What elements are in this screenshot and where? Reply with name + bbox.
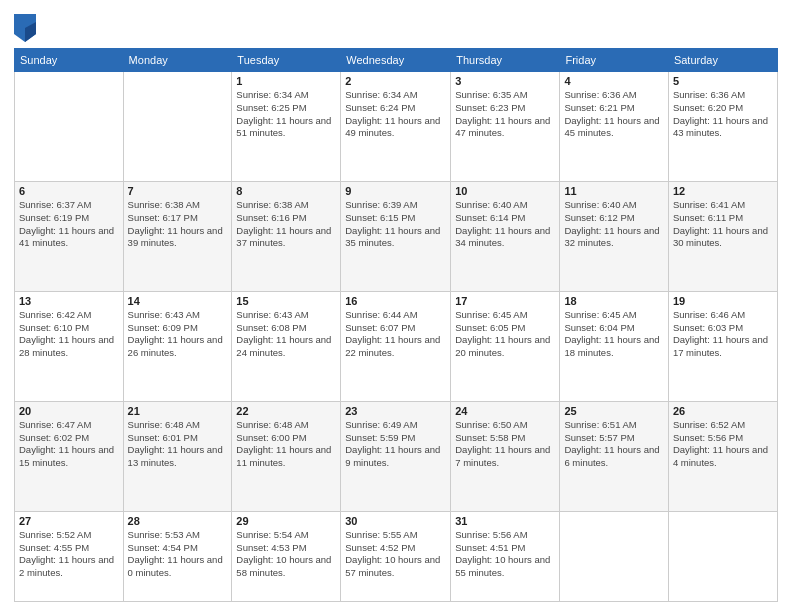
day-number: 22 [236,405,336,417]
day-number: 15 [236,295,336,307]
calendar-cell: 17Sunrise: 6:45 AM Sunset: 6:05 PM Dayli… [451,291,560,401]
day-number: 30 [345,515,446,527]
day-number: 9 [345,185,446,197]
calendar-cell: 28Sunrise: 5:53 AM Sunset: 4:54 PM Dayli… [123,511,232,601]
calendar-cell [668,511,777,601]
calendar-cell: 4Sunrise: 6:36 AM Sunset: 6:21 PM Daylig… [560,72,668,182]
calendar-cell: 9Sunrise: 6:39 AM Sunset: 6:15 PM Daylig… [341,181,451,291]
calendar-week-3: 13Sunrise: 6:42 AM Sunset: 6:10 PM Dayli… [15,291,778,401]
day-number: 13 [19,295,119,307]
day-number: 18 [564,295,663,307]
day-detail: Sunrise: 6:52 AM Sunset: 5:56 PM Dayligh… [673,419,773,470]
day-number: 3 [455,75,555,87]
calendar-cell [15,72,124,182]
calendar-cell: 14Sunrise: 6:43 AM Sunset: 6:09 PM Dayli… [123,291,232,401]
col-header-wednesday: Wednesday [341,49,451,72]
day-detail: Sunrise: 5:52 AM Sunset: 4:55 PM Dayligh… [19,529,119,580]
day-number: 6 [19,185,119,197]
day-detail: Sunrise: 6:41 AM Sunset: 6:11 PM Dayligh… [673,199,773,250]
calendar-cell: 24Sunrise: 6:50 AM Sunset: 5:58 PM Dayli… [451,401,560,511]
day-number: 19 [673,295,773,307]
day-detail: Sunrise: 6:39 AM Sunset: 6:15 PM Dayligh… [345,199,446,250]
col-header-monday: Monday [123,49,232,72]
day-number: 26 [673,405,773,417]
calendar-cell: 11Sunrise: 6:40 AM Sunset: 6:12 PM Dayli… [560,181,668,291]
calendar-cell: 21Sunrise: 6:48 AM Sunset: 6:01 PM Dayli… [123,401,232,511]
col-header-friday: Friday [560,49,668,72]
day-number: 1 [236,75,336,87]
day-number: 25 [564,405,663,417]
day-detail: Sunrise: 6:46 AM Sunset: 6:03 PM Dayligh… [673,309,773,360]
day-detail: Sunrise: 6:36 AM Sunset: 6:21 PM Dayligh… [564,89,663,140]
col-header-sunday: Sunday [15,49,124,72]
day-detail: Sunrise: 6:47 AM Sunset: 6:02 PM Dayligh… [19,419,119,470]
day-detail: Sunrise: 5:56 AM Sunset: 4:51 PM Dayligh… [455,529,555,580]
col-header-tuesday: Tuesday [232,49,341,72]
calendar-week-5: 27Sunrise: 5:52 AM Sunset: 4:55 PM Dayli… [15,511,778,601]
day-detail: Sunrise: 6:45 AM Sunset: 6:05 PM Dayligh… [455,309,555,360]
calendar-cell: 30Sunrise: 5:55 AM Sunset: 4:52 PM Dayli… [341,511,451,601]
col-header-thursday: Thursday [451,49,560,72]
calendar-week-1: 1Sunrise: 6:34 AM Sunset: 6:25 PM Daylig… [15,72,778,182]
calendar-cell: 5Sunrise: 6:36 AM Sunset: 6:20 PM Daylig… [668,72,777,182]
day-number: 17 [455,295,555,307]
day-detail: Sunrise: 6:49 AM Sunset: 5:59 PM Dayligh… [345,419,446,470]
calendar-week-4: 20Sunrise: 6:47 AM Sunset: 6:02 PM Dayli… [15,401,778,511]
day-number: 7 [128,185,228,197]
day-number: 11 [564,185,663,197]
day-number: 5 [673,75,773,87]
calendar-table: SundayMondayTuesdayWednesdayThursdayFrid… [14,48,778,602]
calendar-week-2: 6Sunrise: 6:37 AM Sunset: 6:19 PM Daylig… [15,181,778,291]
day-detail: Sunrise: 5:53 AM Sunset: 4:54 PM Dayligh… [128,529,228,580]
calendar-cell: 8Sunrise: 6:38 AM Sunset: 6:16 PM Daylig… [232,181,341,291]
day-detail: Sunrise: 6:40 AM Sunset: 6:12 PM Dayligh… [564,199,663,250]
day-detail: Sunrise: 6:34 AM Sunset: 6:24 PM Dayligh… [345,89,446,140]
day-number: 23 [345,405,446,417]
calendar-cell: 20Sunrise: 6:47 AM Sunset: 6:02 PM Dayli… [15,401,124,511]
calendar-cell: 15Sunrise: 6:43 AM Sunset: 6:08 PM Dayli… [232,291,341,401]
calendar-cell: 31Sunrise: 5:56 AM Sunset: 4:51 PM Dayli… [451,511,560,601]
day-detail: Sunrise: 6:43 AM Sunset: 6:09 PM Dayligh… [128,309,228,360]
day-number: 16 [345,295,446,307]
calendar-cell: 12Sunrise: 6:41 AM Sunset: 6:11 PM Dayli… [668,181,777,291]
day-detail: Sunrise: 5:55 AM Sunset: 4:52 PM Dayligh… [345,529,446,580]
day-number: 29 [236,515,336,527]
day-number: 27 [19,515,119,527]
day-detail: Sunrise: 6:36 AM Sunset: 6:20 PM Dayligh… [673,89,773,140]
calendar-cell: 13Sunrise: 6:42 AM Sunset: 6:10 PM Dayli… [15,291,124,401]
day-detail: Sunrise: 6:38 AM Sunset: 6:16 PM Dayligh… [236,199,336,250]
calendar-cell: 29Sunrise: 5:54 AM Sunset: 4:53 PM Dayli… [232,511,341,601]
page: SundayMondayTuesdayWednesdayThursdayFrid… [0,0,792,612]
day-detail: Sunrise: 6:51 AM Sunset: 5:57 PM Dayligh… [564,419,663,470]
logo [14,14,40,42]
calendar-cell: 25Sunrise: 6:51 AM Sunset: 5:57 PM Dayli… [560,401,668,511]
header [14,10,778,42]
day-number: 21 [128,405,228,417]
calendar-cell: 23Sunrise: 6:49 AM Sunset: 5:59 PM Dayli… [341,401,451,511]
day-number: 24 [455,405,555,417]
day-detail: Sunrise: 6:43 AM Sunset: 6:08 PM Dayligh… [236,309,336,360]
day-detail: Sunrise: 6:37 AM Sunset: 6:19 PM Dayligh… [19,199,119,250]
calendar-cell: 2Sunrise: 6:34 AM Sunset: 6:24 PM Daylig… [341,72,451,182]
calendar-cell: 16Sunrise: 6:44 AM Sunset: 6:07 PM Dayli… [341,291,451,401]
day-detail: Sunrise: 6:48 AM Sunset: 6:00 PM Dayligh… [236,419,336,470]
day-detail: Sunrise: 6:45 AM Sunset: 6:04 PM Dayligh… [564,309,663,360]
calendar-cell: 19Sunrise: 6:46 AM Sunset: 6:03 PM Dayli… [668,291,777,401]
calendar-cell: 22Sunrise: 6:48 AM Sunset: 6:00 PM Dayli… [232,401,341,511]
logo-icon [14,14,36,42]
calendar-cell [560,511,668,601]
col-header-saturday: Saturday [668,49,777,72]
day-detail: Sunrise: 6:35 AM Sunset: 6:23 PM Dayligh… [455,89,555,140]
day-number: 14 [128,295,228,307]
day-number: 28 [128,515,228,527]
day-detail: Sunrise: 6:48 AM Sunset: 6:01 PM Dayligh… [128,419,228,470]
calendar-cell: 3Sunrise: 6:35 AM Sunset: 6:23 PM Daylig… [451,72,560,182]
day-detail: Sunrise: 6:44 AM Sunset: 6:07 PM Dayligh… [345,309,446,360]
day-detail: Sunrise: 6:50 AM Sunset: 5:58 PM Dayligh… [455,419,555,470]
day-detail: Sunrise: 6:34 AM Sunset: 6:25 PM Dayligh… [236,89,336,140]
day-detail: Sunrise: 5:54 AM Sunset: 4:53 PM Dayligh… [236,529,336,580]
calendar-cell: 27Sunrise: 5:52 AM Sunset: 4:55 PM Dayli… [15,511,124,601]
day-number: 20 [19,405,119,417]
calendar-cell: 26Sunrise: 6:52 AM Sunset: 5:56 PM Dayli… [668,401,777,511]
calendar-header-row: SundayMondayTuesdayWednesdayThursdayFrid… [15,49,778,72]
